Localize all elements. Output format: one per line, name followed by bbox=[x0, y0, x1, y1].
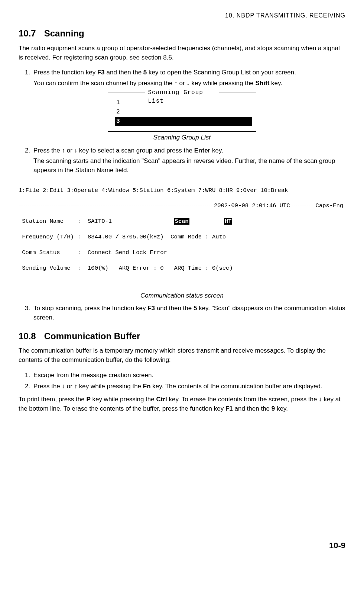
comm-status: Comm Status : Connect Send Lock Error bbox=[22, 249, 167, 256]
comm-caption: Communication status screen bbox=[19, 291, 345, 301]
comm-line-2: Frequency (T/R) : 8344.00 / 8705.00(kHz)… bbox=[19, 233, 345, 241]
step-1-sub-b: key. bbox=[269, 80, 282, 87]
key-fn: Fn bbox=[143, 383, 151, 390]
section-108-post: To print them, press the P key while pre… bbox=[19, 395, 345, 413]
sgl-item-3-selected: 3 bbox=[115, 117, 252, 126]
section-10-7-heading: 10.7Scanning bbox=[19, 27, 345, 40]
sgl-caption: Scanning Group List bbox=[19, 133, 345, 142]
comm-sending-volume: Sending Volume : 100(%) ARQ Error : 0 AR… bbox=[22, 265, 233, 272]
step-3-text-a: To stop scanning, press the function key bbox=[33, 305, 147, 312]
step-3: To stop scanning, press the function key… bbox=[32, 304, 345, 322]
comm-ht-indicator: HT bbox=[224, 218, 233, 225]
step-1: Press the function key F3 and then the 5… bbox=[32, 68, 345, 88]
comm-status-screen: 1:File 2:Edit 3:Operate 4:Window 5:Stati… bbox=[19, 179, 345, 290]
section-title: Scanning bbox=[44, 28, 84, 38]
key-9: 9 bbox=[272, 405, 275, 412]
step-2-text-b: key. bbox=[210, 147, 223, 154]
post-e: key. bbox=[275, 405, 288, 412]
key-p: P bbox=[86, 396, 90, 403]
comm-datetime: 2002-09-08 2:01:46 UTC bbox=[212, 202, 292, 210]
step-1-sub-a: You can confirm the scan channel by pres… bbox=[33, 80, 256, 87]
step-108-2-a: Press the ↓ or ↑ key while pressing the bbox=[33, 383, 143, 390]
step-1-text-a: Press the function key bbox=[33, 69, 97, 76]
comm-scan-indicator: Scan bbox=[174, 218, 189, 225]
comm-frequency: Frequency (T/R) : 8344.00 / 8705.00(kHz)… bbox=[22, 234, 226, 240]
section-title-108: Communication Buffer bbox=[44, 331, 140, 341]
step-1-text-b: and then the bbox=[105, 69, 143, 76]
comm-header-rule: 2002-09-08 2:01:46 UTC Caps-Eng bbox=[19, 202, 345, 210]
post-b: key while pressing the bbox=[91, 396, 156, 403]
post-d: and then the bbox=[233, 405, 272, 412]
step-2-sub: The scanning starts and the indication "… bbox=[33, 157, 345, 175]
key-5: 5 bbox=[143, 69, 147, 76]
key-shift: Shift bbox=[256, 80, 270, 87]
sgl-item-2: 2 bbox=[115, 107, 252, 117]
key-ctrl: Ctrl bbox=[156, 396, 167, 403]
section-108-intro: The communication buffer is a temporary … bbox=[19, 346, 345, 364]
key-enter: Enter bbox=[194, 147, 210, 154]
key-f3-b: F3 bbox=[147, 305, 155, 312]
comm-menubar: 1:File 2:Edit 3:Operate 4:Window 5:Stati… bbox=[19, 187, 345, 195]
comm-line-3: Comm Status : Connect Send Lock Error bbox=[19, 249, 345, 257]
comm-footer-rule bbox=[19, 281, 345, 281]
dash-mid bbox=[292, 206, 313, 206]
comm-line-1: Station Name : SAITO-1 Scan HT bbox=[19, 218, 345, 225]
comm-line-4: Sending Volume : 100(%) ARQ Error : 0 AR… bbox=[19, 264, 345, 272]
step-108-2: Press the ↓ or ↑ key while pressing the … bbox=[32, 382, 345, 391]
comm-station-name: Station Name : SAITO-1 bbox=[22, 218, 112, 225]
scanning-group-list-box: Scanning Group List 1 2 3 bbox=[108, 93, 256, 132]
dash-left bbox=[19, 206, 212, 206]
step-2-text-a: Press the ↑ or ↓ key to select a scan gr… bbox=[33, 147, 194, 154]
chapter-header: 10. NBDP TRANSMITTING, RECEIVING bbox=[19, 11, 345, 20]
step-3-text-b: and then the bbox=[155, 305, 194, 312]
comm-capseng: Caps-Eng bbox=[313, 202, 345, 210]
sgl-box-title: Scanning Group List bbox=[145, 89, 219, 106]
post-a: To print them, press the bbox=[19, 396, 86, 403]
step-2: Press the ↑ or ↓ key to select a scan gr… bbox=[32, 146, 345, 175]
section-10-8-heading: 10.8Communication Buffer bbox=[19, 330, 345, 343]
page-number: 10-9 bbox=[19, 540, 345, 552]
key-5-b: 5 bbox=[194, 305, 197, 312]
section-number: 10.7 bbox=[19, 28, 36, 38]
key-f3: F3 bbox=[97, 69, 105, 76]
section-intro: The radio equipment scans a group of ope… bbox=[19, 44, 345, 62]
key-f1: F1 bbox=[225, 405, 233, 412]
step-108-1: Escape from the message creation screen. bbox=[32, 371, 345, 380]
step-108-2-b: key. The contents of the communication b… bbox=[151, 383, 322, 390]
section-number-108: 10.8 bbox=[19, 331, 36, 341]
step-1-text-c: key to open the Scanning Group List on y… bbox=[147, 69, 296, 76]
